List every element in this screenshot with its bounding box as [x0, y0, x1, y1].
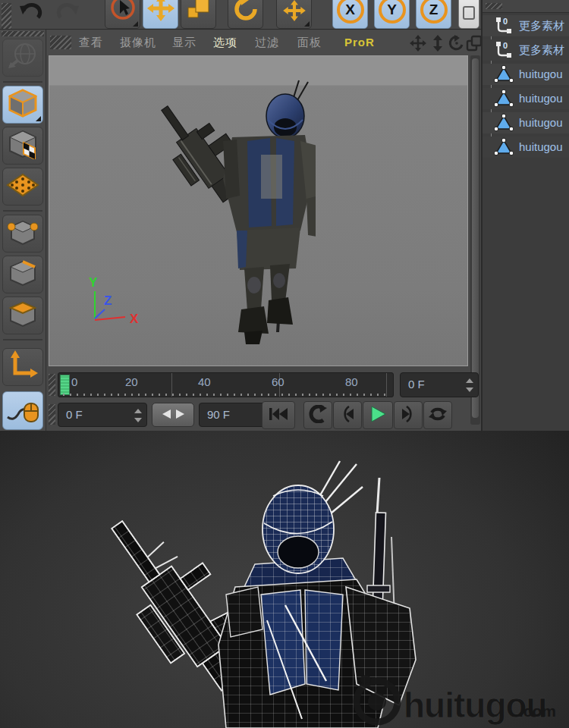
texture-cube-icon [8, 129, 38, 162]
palette-divider [3, 210, 42, 212]
timeline-ruler[interactable]: 0 20 40 60 80 [58, 372, 394, 397]
watermark: huitugou .com [357, 675, 556, 725]
undo-button[interactable] [12, 0, 48, 29]
previous-key-button[interactable] [303, 401, 332, 429]
menu-display[interactable]: 显示 [172, 36, 196, 50]
nudge-left-icon [162, 408, 171, 422]
snap-mode-button[interactable] [2, 391, 43, 430]
lock-y-button[interactable]: Y [374, 0, 410, 29]
tick-60: 60 [272, 375, 284, 388]
maximize-view-icon[interactable] [466, 35, 483, 55]
redo-button[interactable] [50, 0, 86, 29]
viewport-menubar: 查看 摄像机 显示 选项 过滤 面板 ProR [47, 30, 481, 55]
axis-icon [8, 350, 38, 384]
pan-icon[interactable] [410, 35, 426, 55]
svg-text:0: 0 [503, 41, 508, 50]
polygon-icon [494, 137, 514, 160]
polygons-cube-icon [8, 299, 38, 332]
viewport-menu-handle[interactable] [50, 36, 71, 49]
object-row-mesh-4[interactable]: huitugou [483, 136, 569, 158]
edges-mode-button[interactable] [2, 256, 43, 293]
playhead-marker[interactable] [60, 375, 70, 395]
submenu-indicator [133, 21, 138, 27]
polygon-icon [494, 89, 514, 111]
previous-key-icon [309, 405, 327, 426]
move-tool-button[interactable] [143, 0, 178, 29]
next-frame-button[interactable] [394, 401, 423, 429]
previous-frame-button[interactable] [333, 401, 362, 429]
submenu-indicator [36, 116, 41, 121]
goto-start-icon [269, 406, 288, 425]
wireframe-soldier: huitugou .com [0, 431, 569, 728]
play-button[interactable] [363, 401, 393, 429]
object-row-spline-1[interactable]: 0 更多素材 [483, 15, 569, 36]
viewport-canvas[interactable]: Y Z X [49, 55, 468, 366]
object-label: huitugou [519, 116, 563, 129]
redo-icon [56, 0, 80, 25]
coordinate-system-button[interactable] [458, 0, 479, 29]
axis-z-label: Z [104, 293, 112, 308]
spline-icon: 0 [494, 40, 514, 63]
palette-divider [3, 339, 42, 340]
object-manager-header [483, 0, 569, 13]
menu-camera[interactable]: 摄像机 [120, 36, 156, 50]
points-mode-button[interactable] [2, 215, 43, 253]
menu-filter[interactable]: 过滤 [255, 36, 279, 50]
range-end-value: 90 F [207, 408, 230, 421]
polygons-mode-button[interactable] [2, 297, 43, 334]
workplane-mode-button[interactable] [2, 168, 43, 206]
tick-0: 0 [71, 375, 77, 388]
live-selection-button[interactable] [105, 0, 140, 29]
object-label: huitugou [519, 92, 563, 105]
watermark-suffix: .com [519, 702, 556, 720]
menu-view[interactable]: 查看 [79, 36, 103, 50]
range-start-field[interactable]: 0 F [58, 403, 147, 427]
viewport-scrollbar[interactable] [470, 55, 480, 425]
texture-mode-button[interactable] [2, 127, 43, 165]
palette-divider [3, 81, 42, 83]
ruler-ticks [63, 394, 389, 396]
scale-tool-button[interactable] [181, 0, 216, 29]
current-frame-value: 0 F [408, 378, 425, 391]
rotate-tool-button[interactable] [228, 0, 263, 29]
spinner-arrows-icon[interactable] [466, 378, 473, 393]
object-row-mesh-2[interactable]: huitugou [483, 88, 569, 109]
lock-z-button[interactable]: Z [416, 0, 451, 29]
lock-x-button[interactable]: X [332, 0, 368, 29]
spinner-arrows-icon[interactable] [134, 408, 142, 423]
axis-x-icon: X [337, 0, 364, 24]
previous-frame-icon [339, 406, 356, 425]
axis-y-label: Y [89, 275, 98, 290]
last-tool-button[interactable] [276, 0, 312, 29]
last-tool-icon [283, 0, 306, 24]
goto-start-button[interactable] [262, 401, 295, 429]
submenu-indicator [304, 21, 310, 27]
axis-mode-button[interactable] [2, 348, 43, 386]
range-nudge-button[interactable] [152, 403, 194, 427]
mouse-icon [6, 394, 39, 428]
menu-panel[interactable]: 面板 [297, 36, 322, 50]
controls-handle[interactable] [49, 404, 55, 425]
object-row-mesh-1[interactable]: huitugou [483, 64, 569, 85]
points-cube-icon [8, 217, 38, 250]
model-mode-button[interactable] [2, 86, 43, 124]
mode-palette [0, 30, 46, 431]
menu-pror[interactable]: ProR [344, 36, 375, 49]
loop-button[interactable] [423, 401, 452, 429]
toolbar-drag-handle[interactable] [2, 3, 11, 29]
rotate-view-icon[interactable] [448, 35, 465, 55]
timeline-handle[interactable] [49, 374, 55, 396]
scrollbar-thumb[interactable] [472, 58, 479, 418]
convert-object-button[interactable] [2, 39, 43, 77]
object-label: 更多素材 [519, 43, 564, 58]
nudge-right-icon [176, 408, 184, 422]
current-frame-field[interactable]: 0 F [400, 372, 479, 397]
panel-drag-handle[interactable] [486, 3, 502, 9]
object-row-mesh-3[interactable]: huitugou [483, 112, 569, 133]
model-cube-icon [8, 88, 38, 121]
dolly-icon[interactable] [431, 35, 445, 55]
polygon-icon [494, 64, 514, 87]
palette-drag-handle[interactable] [2, 31, 44, 36]
menu-options[interactable]: 选项 [213, 36, 237, 50]
object-row-spline-2[interactable]: 0 更多素材 [483, 39, 569, 61]
